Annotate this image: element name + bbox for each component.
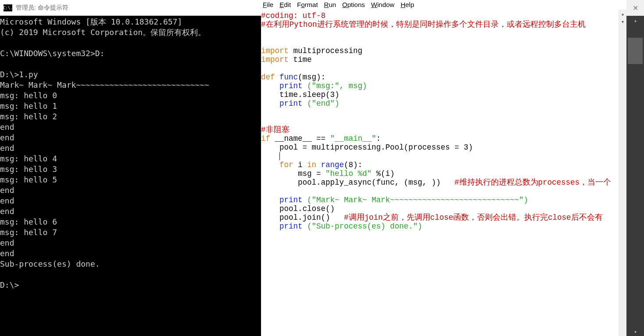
str: ("msg:", msg): [303, 82, 367, 90]
fn-print: print: [279, 99, 303, 108]
right-panel: ✕ ▴ ▾: [626, 0, 644, 336]
cmd-icon: C:\.: [4, 4, 12, 11]
code-line: #在利用Python进行系统管理的时候，特别是同时操作多个文件目录，或者远程控制…: [261, 20, 586, 29]
code-area: #coding: utf-8 #在利用Python进行系统管理的时候，特别是同时…: [261, 10, 626, 336]
editor-window: File Edit Format Run Options Window Help…: [261, 0, 626, 336]
kw-def: def: [261, 73, 275, 82]
mod-mp: multiprocessing: [289, 46, 362, 55]
mod-time: time: [289, 55, 312, 64]
msg-eq: msg =: [261, 169, 326, 178]
scroll-up-icon[interactable]: ▴: [626, 16, 644, 25]
fn-print: print: [279, 196, 303, 204]
menu-help[interactable]: Help: [401, 1, 414, 8]
cmt: #维持执行的进程总数为processes，当一个: [454, 178, 611, 187]
menu-options[interactable]: Options: [342, 1, 365, 8]
menu-format-ul: o: [301, 1, 304, 8]
menu-edit[interactable]: Edit: [279, 1, 291, 8]
str: ("Sub-process(es) done."): [303, 222, 422, 231]
kw-if: if: [261, 134, 270, 143]
scroll-thumb[interactable]: [628, 38, 643, 64]
code-editor[interactable]: #coding: utf-8 #在利用Python进行系统管理的时候，特别是同时…: [261, 10, 619, 336]
var-i: i: [293, 161, 308, 169]
scroll-down-icon[interactable]: ▾: [619, 18, 626, 25]
str: ("end"): [303, 99, 340, 108]
menu-window[interactable]: Window: [371, 1, 394, 8]
kw-import: import: [261, 46, 289, 55]
text-cursor: [279, 152, 280, 160]
fn-func: func: [275, 73, 298, 82]
r8: (8):: [344, 161, 362, 169]
kw-import: import: [261, 55, 289, 64]
cmd-title: 管理员: 命令提示符: [16, 4, 68, 12]
menu-format-pre: F: [297, 1, 301, 8]
cmt: #非阻塞: [261, 125, 290, 134]
params: (msg):: [298, 73, 326, 82]
code-line: pool.join(): [261, 213, 344, 222]
code-line: time.sleep(3): [261, 90, 340, 99]
menu-format[interactable]: Format: [297, 1, 318, 8]
str: "__main__": [330, 134, 376, 143]
cmd-window: C:\. 管理员: 命令提示符 Microsoft Windows [版本 10…: [0, 0, 261, 336]
fn-print: print: [279, 82, 303, 90]
code-line: #coding: utf-8: [261, 11, 326, 20]
editor-menubar: File Edit Format Run Options Window Help: [261, 0, 626, 10]
cmd-output[interactable]: Microsoft Windows [版本 10.0.18362.657] (c…: [0, 16, 261, 336]
code-line: pool = multiprocessing.Pool(processes = …: [261, 143, 473, 152]
pcti: %(i): [372, 169, 395, 178]
scroll-down-icon[interactable]: ▾: [626, 327, 644, 336]
kw-in: in: [307, 161, 316, 169]
str: ("Mark~ Mark~ Mark~~~~~~~~~~~~~~~~~~~~~~…: [303, 196, 529, 204]
colon: :: [376, 134, 381, 143]
editor-scrollbar[interactable]: ▴ ▾: [619, 10, 626, 336]
close-icon[interactable]: ✕: [626, 0, 644, 16]
apply: pool.apply_async(func, (msg, )): [261, 178, 454, 187]
kw-for: for: [279, 161, 293, 169]
cmt: #调用join之前，先调用close函数，否则会出错。执行完close后不会有: [344, 213, 603, 222]
menu-file[interactable]: File: [263, 1, 273, 8]
fn-print: print: [279, 222, 303, 231]
right-scrollbar[interactable]: [626, 25, 644, 327]
fn-range: range: [316, 161, 344, 169]
menu-format-post: rmat: [305, 1, 318, 8]
str: "hello %d": [326, 169, 372, 178]
cmd-titlebar[interactable]: C:\. 管理员: 命令提示符: [0, 0, 261, 16]
name-eq: __name__ ==: [270, 134, 330, 143]
scroll-up-icon[interactable]: ▴: [619, 10, 626, 18]
code-line: pool.close(): [261, 204, 335, 213]
menu-run[interactable]: Run: [324, 1, 336, 8]
